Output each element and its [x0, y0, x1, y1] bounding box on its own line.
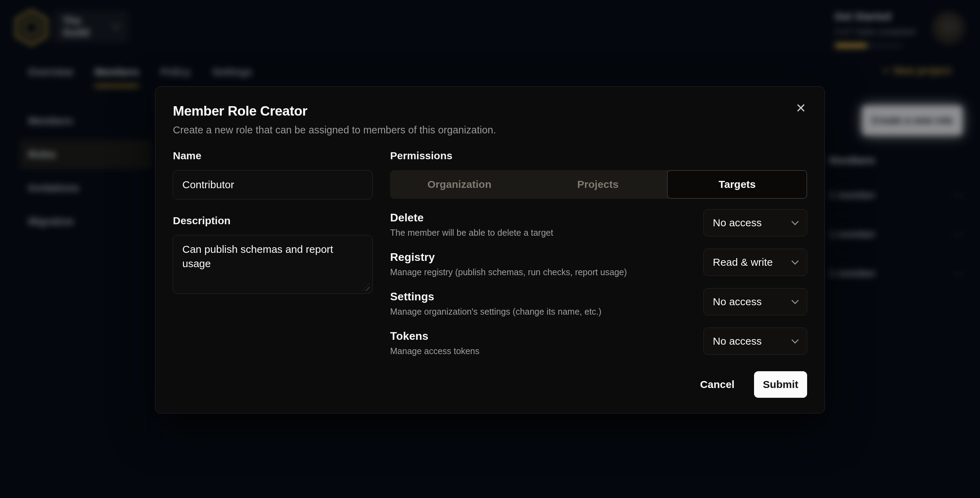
- name-field-label: Name: [173, 150, 373, 162]
- modal-subtitle: Create a new role that can be assigned t…: [173, 124, 807, 136]
- select-value: No access: [713, 217, 762, 229]
- permissions-column: Permissions Organization Projects Target…: [390, 150, 807, 371]
- member-role-creator-modal: ✕ Member Role Creator Create a new role …: [155, 86, 825, 414]
- permission-row-tokens: Tokens Manage access tokens No access: [390, 330, 807, 356]
- permission-title: Registry: [390, 251, 627, 264]
- tokens-access-select[interactable]: No access: [703, 328, 807, 355]
- select-value: Read & write: [713, 256, 773, 268]
- permission-description: Manage organization's settings (change i…: [390, 307, 601, 317]
- delete-access-select[interactable]: No access: [703, 209, 807, 236]
- chevron-down-icon: [791, 296, 799, 304]
- permissions-label: Permissions: [390, 150, 807, 162]
- select-value: No access: [713, 296, 762, 308]
- select-value: No access: [713, 335, 762, 347]
- permission-title: Delete: [390, 211, 553, 224]
- modal-footer: Cancel Submit: [173, 371, 807, 398]
- tab-organization[interactable]: Organization: [390, 170, 529, 199]
- registry-access-select[interactable]: Read & write: [703, 249, 807, 276]
- role-basics-column: Name Description Can publish schemas and…: [173, 150, 373, 371]
- permission-row-registry: Registry Manage registry (publish schema…: [390, 251, 807, 277]
- permission-description: Manage registry (publish schemas, run ch…: [390, 267, 627, 277]
- permission-row-delete: Delete The member will be able to delete…: [390, 211, 807, 238]
- chevron-down-icon: [791, 257, 799, 264]
- description-field-label: Description: [173, 215, 373, 227]
- description-textarea[interactable]: Can publish schemas and report usage: [173, 235, 373, 294]
- permission-title: Tokens: [390, 330, 479, 343]
- permissions-scope-tabs: Organization Projects Targets: [390, 170, 807, 199]
- permission-title: Settings: [390, 290, 601, 303]
- chevron-down-icon: [791, 336, 799, 343]
- page: The Guild Get Started 3 of 7 tasks compl…: [0, 0, 980, 498]
- tab-projects[interactable]: Projects: [529, 170, 667, 199]
- tab-targets[interactable]: Targets: [667, 170, 807, 199]
- name-input[interactable]: [173, 170, 373, 199]
- permission-description: Manage access tokens: [390, 346, 479, 356]
- modal-title: Member Role Creator: [173, 103, 807, 119]
- permission-row-settings: Settings Manage organization's settings …: [390, 290, 807, 317]
- close-icon[interactable]: ✕: [792, 100, 809, 117]
- chevron-down-icon: [791, 218, 799, 225]
- cancel-button[interactable]: Cancel: [691, 372, 743, 398]
- permission-description: The member will be able to delete a targ…: [390, 228, 553, 238]
- modal-body: Name Description Can publish schemas and…: [173, 150, 807, 371]
- settings-access-select[interactable]: No access: [703, 288, 807, 315]
- submit-button[interactable]: Submit: [754, 371, 807, 398]
